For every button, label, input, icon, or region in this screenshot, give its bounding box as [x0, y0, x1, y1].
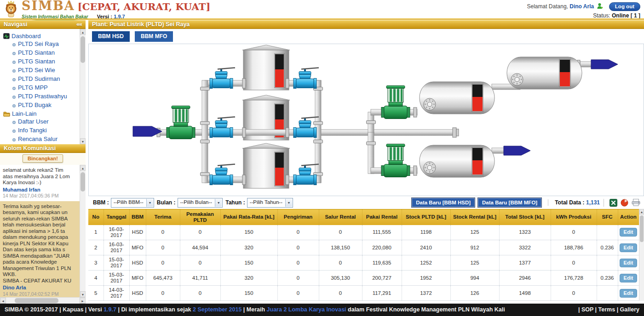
cell-stock-rental-kl: 126: [450, 286, 499, 301]
cell-stock-rental-kl: 125: [450, 225, 499, 240]
cell-sfc: [597, 225, 618, 240]
logout-button[interactable]: Log out: [609, 2, 640, 11]
bullet-icon: [12, 121, 16, 124]
chat-scrollbar: ▲ ▼: [80, 165, 86, 297]
cell-action: Edit: [618, 286, 639, 301]
chevron-down-icon: ▼: [146, 199, 153, 207]
cell-sfc: 0.236: [597, 271, 618, 286]
cell-salur-rental: 0: [319, 255, 362, 271]
cell-pakai-rental: 117,291: [362, 286, 402, 301]
filter-label: BBM :: [93, 199, 109, 206]
sidebar-item-pltd-prastiwahyu[interactable]: PLTD Prastiwahyu: [12, 93, 79, 100]
footer-link[interactable]: 1.9.7: [104, 306, 116, 313]
footer-link[interactable]: Juara 2 Lomba Karya Inovasi: [267, 306, 346, 313]
cell-pakai-rata-rata-kl: 150: [220, 255, 277, 271]
cell-pakai-rata-rata-kl: 150: [220, 225, 277, 240]
table-row: 216-03-2017MFO044,5943200138,150220,0802…: [88, 240, 639, 255]
edit-button[interactable]: Edit: [620, 274, 638, 282]
cell-pakai-rental: 119,635: [362, 255, 402, 271]
cell-tanggal: 15-03-2017: [104, 271, 129, 286]
bullet-icon: [12, 69, 16, 73]
scroll-left-icon[interactable]: ◄: [0, 298, 6, 304]
bincangkan-button[interactable]: Bincangkan!: [23, 154, 63, 163]
chat-scroll-thumb[interactable]: [80, 172, 85, 192]
komunikasi-title: Kolom Komunikasi: [4, 145, 56, 152]
cell-pakai-rata-rata-kl: 150: [220, 286, 277, 301]
excel-icon[interactable]: [610, 199, 617, 207]
cell-sfc: [597, 286, 618, 301]
bulan-select[interactable]: --Pilih Bulan--▼: [178, 198, 223, 208]
sidebar-item-info-tangki[interactable]: Info Tangki: [12, 127, 79, 134]
collapse-sidebar-button[interactable]: ««: [76, 21, 82, 28]
edit-button[interactable]: Edit: [620, 243, 638, 252]
cell-tanggal: 15-03-2017: [104, 255, 129, 271]
cell-stock-pltd-kl: 1252: [402, 255, 450, 271]
sidebar-item-pltd-sei-wie[interactable]: PLTD Sei Wie: [12, 67, 79, 73]
cell-pemakaian-pltd: 41,711: [180, 271, 220, 286]
dashboard-icon: [3, 33, 10, 40]
daily-tank-1: [420, 82, 494, 114]
column-header-tanggal: Tanggal: [104, 209, 129, 225]
top-header: SIMBA[CEPAT, AKURAT, KUAT] Sistem Inform…: [0, 0, 644, 18]
sidebar-item-rencana-salur[interactable]: Rencana Salur: [12, 135, 79, 142]
sidebar-group-dashboard[interactable]: Dashboard: [3, 33, 79, 40]
message-time: 14 Mar 2017,04:05:36 PM: [3, 193, 77, 199]
edit-button[interactable]: Edit: [620, 259, 638, 267]
chat-panel: selamat untuk rekan2 Tim atas meraihnya …: [0, 165, 86, 297]
scroll-down-icon[interactable]: ▼: [80, 291, 86, 297]
footer-right-links[interactable]: | SOP | Terms | Gallery: [578, 304, 639, 316]
data-baru-bbm-mfo-button[interactable]: Data Baru [BBM MFO]: [478, 198, 541, 207]
cell-no: 4: [88, 271, 104, 286]
column-header-pakai-rata-rata-kl: Pakai Rata-Rata [kL]: [220, 209, 277, 225]
sidebar-item-pltd-sei-raya[interactable]: PLTD Sei Raya: [12, 40, 79, 47]
valve-icon: [210, 164, 235, 185]
table-scroll-thumb[interactable]: [640, 215, 644, 242]
edit-button[interactable]: Edit: [620, 228, 638, 237]
cell-action: Edit: [618, 225, 639, 240]
cell-pemakaian-pltd: 0: [180, 255, 220, 271]
header-divider: [0, 18, 644, 20]
sidebar-item-pltd-siantan[interactable]: PLTD Siantan: [12, 49, 79, 56]
data-baru-bbm-hsd-button[interactable]: Data Baru [BBM HSD]: [412, 198, 475, 207]
message-author: Muhamad Irfan: [3, 187, 77, 193]
table-row: 315-03-2017HSD0015000119,635125212513770…: [88, 255, 639, 271]
cell-action: Edit: [618, 240, 639, 255]
bullet-icon: [12, 43, 16, 46]
edit-button[interactable]: Edit: [620, 289, 638, 298]
pie-chart-icon[interactable]: [621, 199, 628, 207]
tab-bbm-mfo[interactable]: BBM MFO: [135, 31, 173, 42]
sidebar-item-pltd-sudirman[interactable]: PLTD Sudirman: [12, 75, 79, 82]
sidebar-item-pltg-mpp[interactable]: PLTG MPP: [12, 84, 79, 91]
storage-tank-1: [242, 45, 290, 90]
cell-action: Edit: [618, 271, 639, 286]
outlet-arrow: [504, 146, 530, 155]
chat-hscroll-thumb[interactable]: [15, 298, 58, 303]
bbm-select[interactable]: --Pilih BBM--▼: [111, 198, 154, 208]
scroll-right-icon[interactable]: ►: [80, 298, 86, 304]
cell-kwh-produksi: 0: [551, 255, 597, 271]
scroll-up-icon[interactable]: ▲: [80, 165, 86, 171]
sidebar-item-pltd-bugak[interactable]: PLTD Bugak: [12, 102, 79, 108]
sidebar-item-pltg-siantan[interactable]: PLTG Siantan: [12, 58, 79, 65]
print-icon[interactable]: [632, 199, 640, 206]
cell-pemakaian-pltd: 0: [180, 286, 220, 301]
footer-link[interactable]: 2 September 2015: [193, 306, 242, 313]
user-name-link[interactable]: Dino Arla: [569, 3, 594, 10]
scroll-down-icon[interactable]: ▼: [80, 138, 86, 144]
sidebar-item-daftar-user[interactable]: Daftar User: [12, 118, 79, 125]
scroll-up-icon[interactable]: ▲: [80, 29, 86, 35]
scroll-up-icon[interactable]: ▲: [639, 209, 644, 214]
sidebar-group-lain-lain[interactable]: Lain-Lain: [3, 110, 79, 117]
tab-bbm-hsd[interactable]: BBM HSD: [92, 31, 130, 42]
footer-text-part: | Meraih: [242, 306, 266, 313]
message-time: 14 Mar 2017,04:02:52 PM: [3, 291, 77, 298]
cell-stock-pltd-kl: 1372: [402, 286, 450, 301]
cell-kwh-produksi: 176,728: [551, 271, 597, 286]
nav-scroll-thumb[interactable]: [80, 36, 85, 63]
cell-stock-pltd-kl: 1198: [402, 225, 450, 240]
cell-bbm: HSD: [129, 225, 146, 240]
cell-pengiriman: 0: [277, 286, 319, 301]
sidebar: Navigasi «« DashboardPLTD Sei RayaPLTD S…: [0, 20, 86, 304]
bullet-icon: [12, 130, 16, 133]
tahun-select[interactable]: --Pilih Tahun--▼: [247, 198, 293, 208]
